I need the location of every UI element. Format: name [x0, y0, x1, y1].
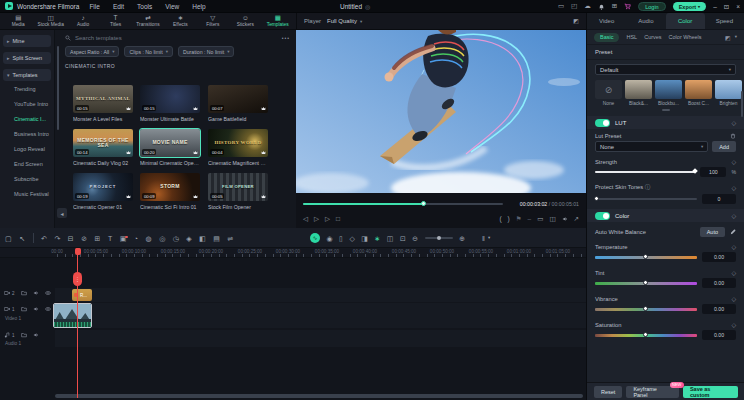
mute-icon[interactable] — [33, 332, 39, 338]
preset-none[interactable]: ⊘None — [595, 80, 622, 106]
strength-slider[interactable] — [595, 171, 695, 173]
audio-track-1-lane[interactable] — [55, 330, 586, 347]
cloud-icon[interactable]: ☁ — [584, 3, 591, 10]
temperature-slider[interactable] — [595, 256, 697, 259]
tab-templates[interactable]: ▦Templates — [262, 15, 294, 28]
crop-icon[interactable]: ⊞ — [95, 235, 101, 242]
snapshot-tool-icon[interactable]: ◫ — [387, 235, 394, 242]
subtab-color-wheels[interactable]: Color Wheels — [669, 34, 702, 40]
playhead-head[interactable] — [75, 248, 81, 255]
eye-icon[interactable] — [45, 306, 51, 312]
trash-icon[interactable] — [730, 133, 736, 139]
tab-audio-props[interactable]: Audio — [626, 13, 665, 29]
tab-video[interactable]: Video — [587, 13, 626, 29]
preset-blockbuster[interactable]: Blockbu... — [655, 80, 682, 106]
menu-edit[interactable]: Edit — [113, 3, 124, 10]
volume-icon[interactable] — [562, 216, 568, 222]
lut-preset-dropdown[interactable]: None▾ — [595, 141, 708, 152]
close-button[interactable]: × — [736, 3, 740, 10]
mark-in-button[interactable]: ( — [499, 216, 501, 223]
strength-keyframe-icon[interactable]: ◇ — [731, 158, 736, 165]
auto-ripple-icon[interactable]: ∗ — [374, 235, 380, 242]
cart-icon[interactable] — [624, 3, 631, 10]
keyframe-tool-icon[interactable]: ◇ — [349, 235, 354, 242]
sidebar-item-business-intro[interactable]: Business Intro — [14, 126, 54, 141]
video-track-2-lane[interactable] — [55, 288, 586, 302]
template-card[interactable]: HISTORY WORLD00:04 Cinematic Magnificent… — [208, 129, 268, 166]
color-toggle[interactable] — [595, 212, 610, 220]
tab-color[interactable]: Color — [666, 13, 705, 29]
sidebar-group-split-screen[interactable]: ▸Split Screen — [3, 52, 51, 64]
export-button[interactable]: Export▾ — [673, 2, 706, 11]
duration-filter[interactable]: Duration : No limit▾ — [178, 46, 235, 57]
text-tool-icon[interactable]: T — [108, 235, 112, 242]
video-clip[interactable] — [53, 303, 92, 328]
pointer-tool-icon[interactable]: ↖ — [19, 235, 25, 242]
sidebar-item-end-screen[interactable]: End Screen — [14, 156, 54, 171]
saturation-handle[interactable] — [643, 332, 648, 337]
mute-icon[interactable] — [33, 306, 39, 312]
tint-keyframe-icon[interactable]: ◇ — [731, 269, 736, 276]
sidebar-item-trending[interactable]: Trending — [14, 81, 54, 96]
tab-stock-media[interactable]: ◫Stock Media — [34, 15, 66, 28]
eyedropper-icon[interactable] — [730, 229, 736, 235]
sidebar-item-youtube-intro[interactable]: YouTube Intro — [14, 96, 54, 111]
marker-flag-icon[interactable]: ⚑ — [516, 216, 522, 223]
menu-view[interactable]: View — [165, 3, 179, 10]
reset-button[interactable]: Reset — [594, 386, 622, 398]
skin-tones-handle[interactable] — [594, 196, 599, 201]
progress-handle[interactable] — [421, 201, 426, 206]
screen-record-icon[interactable]: ▣ — [120, 235, 127, 242]
template-card[interactable]: PROJECT00:19 Cinematic Opener 01 — [73, 173, 133, 210]
snapshot-button[interactable]: ◫ — [549, 216, 555, 223]
aspect-ratio-filter[interactable]: Aspect Ratio : All▾ — [65, 46, 119, 57]
vibrance-handle[interactable] — [643, 306, 648, 311]
undo-icon[interactable]: ↶ — [41, 235, 47, 242]
playback-progress-bar[interactable] — [303, 203, 503, 205]
temperature-keyframe-icon[interactable]: ◇ — [731, 243, 736, 250]
subtab-curves[interactable]: Curves — [644, 34, 661, 40]
redo-icon[interactable]: ↷ — [54, 235, 60, 242]
template-card[interactable]: STORM00:09 Cinematic Sci Fi Intro 01 — [140, 173, 200, 210]
tint-slider[interactable] — [595, 282, 697, 285]
preset-boost-contrast[interactable]: Boost C... — [685, 80, 712, 106]
video-track-1-lane[interactable] — [55, 303, 586, 328]
template-card-selected[interactable]: MOVIE NAME00:20 Minimal Cinematic Opener… — [140, 129, 200, 166]
effect-clip[interactable]: R... — [72, 289, 92, 301]
menu-tools[interactable]: Tools — [137, 3, 152, 10]
sidebar-item-subscribe[interactable]: Subscribe — [14, 171, 54, 186]
temperature-handle[interactable] — [643, 254, 648, 259]
mark-out-button[interactable]: ) — [508, 216, 510, 223]
mask-icon[interactable]: ◧ — [199, 235, 206, 242]
tint-value[interactable]: 0.00 — [702, 278, 736, 288]
template-card[interactable]: FILM OPENER00:05 Stock Film Opener — [208, 173, 268, 210]
camera-tool-icon[interactable]: ◎ — [159, 235, 165, 242]
folder-icon[interactable] — [21, 306, 27, 312]
template-card[interactable]: 00:15 Monster Ultimate Battle — [140, 85, 200, 122]
saturation-keyframe-icon[interactable]: ◇ — [731, 321, 736, 328]
vibrance-value[interactable]: 0.00 — [702, 304, 736, 314]
sidebar-item-music-festival[interactable]: Music Festival — [14, 186, 54, 201]
sidebar-item-cinematic-intro[interactable]: Cinematic I... — [14, 111, 54, 126]
tab-effects[interactable]: ∗Effects — [164, 15, 196, 28]
login-button[interactable]: Login — [638, 2, 665, 11]
folder-icon[interactable] — [21, 332, 27, 338]
chevron-down-icon[interactable]: ▾ — [735, 34, 737, 41]
folder-icon[interactable] — [21, 290, 27, 296]
collapse-sidebar-button[interactable]: ◂ — [57, 208, 67, 218]
strength-handle[interactable] — [693, 168, 699, 174]
preset-black-white[interactable]: Black&... — [625, 80, 652, 106]
tab-audio[interactable]: ♪Audio — [67, 15, 99, 28]
vibrance-slider[interactable] — [595, 308, 697, 311]
preview-video[interactable] — [296, 30, 586, 193]
templates-scrollbar[interactable] — [57, 46, 59, 130]
clips-filter[interactable]: Clips : No limit▾ — [124, 46, 172, 57]
eye-icon[interactable] — [45, 290, 51, 296]
timer-icon[interactable]: ◷ — [173, 235, 179, 242]
lut-add-button[interactable]: Add — [712, 141, 736, 152]
tab-titles[interactable]: TTitles — [99, 15, 131, 28]
minimize-button[interactable]: – — [713, 3, 717, 10]
play-button[interactable]: ▷ — [314, 216, 319, 223]
display-mode-icon[interactable]: ▭ — [537, 216, 543, 223]
subtab-basic[interactable]: Basic — [594, 33, 619, 42]
